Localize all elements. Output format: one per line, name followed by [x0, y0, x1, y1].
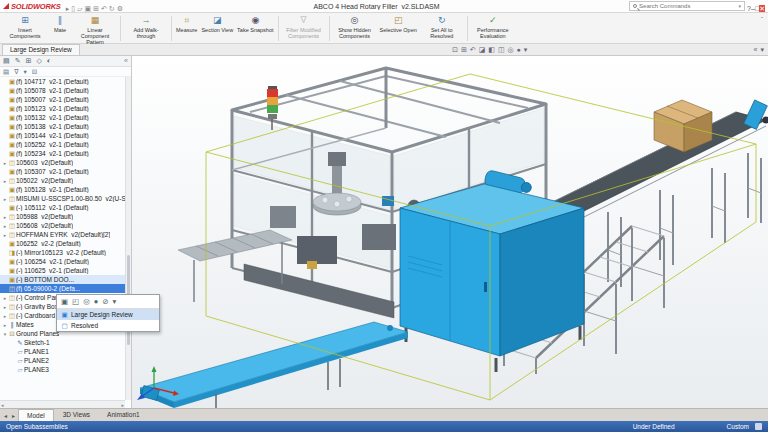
previous-view-icon[interactable]: ↶ — [470, 45, 476, 55]
ribbon-groups: ⊞Insert Components∥Mate▦Linear Component… — [2, 14, 516, 43]
zoom-fit-icon[interactable]: ⊡ — [452, 45, 458, 55]
context-isolate-icon[interactable]: ◎ — [83, 297, 90, 306]
doc-tab-3d-views[interactable]: 3D Views — [55, 409, 98, 421]
tree-item[interactable]: ▣(-) 110625_v2-1 (Default) — [0, 266, 125, 275]
context-more-icon[interactable]: ▾ — [113, 297, 117, 306]
search-icon — [633, 4, 637, 8]
tree-item[interactable]: ▣(f) 105132_v2-1 (Default) — [0, 113, 125, 122]
tree-item[interactable]: ▣(f) 105144_v2-1 (Default) — [0, 131, 125, 140]
ribbon-button-measure[interactable]: ⌗Measure — [174, 14, 199, 43]
tree-item[interactable]: ▣(-) 105112_v2-1 (Default) — [0, 203, 125, 212]
tree-item[interactable]: ▣(f) 105128_v2-1 (Default) — [0, 185, 125, 194]
infeed-conveyor[interactable] — [140, 322, 408, 408]
search-commands-box[interactable]: ▾ — [629, 1, 745, 11]
tree-item[interactable]: ◨(-) Mirror105123_v2-2 (Default) — [0, 248, 125, 257]
graphics-viewport[interactable] — [132, 56, 768, 408]
tree-item[interactable]: ▸◫MISUMI U-SSCSP1.00-B0.50_v2(U-SSCSP130… — [0, 194, 125, 203]
tree-item-label: MISUMI U-SSCSP1.00-B0.50_v2(U-SSCSP1304 … — [16, 195, 125, 202]
tree-item[interactable]: ▣(-) BOTTOM DOO... — [0, 275, 125, 284]
task-pane-icon[interactable]: ▾ — [760, 45, 764, 55]
solidworks-window: SOLIDWORKS ▸▯▱▣⊞↶↻⚙ ABCO 4 Head Rotary F… — [0, 0, 768, 432]
tree-vertical-scrollbar[interactable] — [125, 77, 131, 400]
tree-item[interactable]: ▣(f) 104717_v2-1 (Default) — [0, 77, 125, 86]
propertymanager-tab-icon[interactable]: ✎ — [15, 56, 21, 66]
options-icon[interactable]: ⚙ — [116, 5, 124, 12]
tree-item[interactable]: ▣106252_v2-2 (Default) — [0, 239, 125, 248]
tree-item[interactable]: ▱PLANE2 — [0, 356, 125, 365]
ribbon-button-insert-components[interactable]: ⊞Insert Components — [2, 14, 48, 43]
hide-show-icon[interactable]: ◎ — [508, 45, 514, 55]
rebuild-icon[interactable]: ↻ — [108, 5, 116, 12]
context-suppress-icon[interactable]: ⊘ — [102, 297, 108, 306]
ribbon-button-linear-pattern[interactable]: ▦Linear Component Pattern — [72, 14, 118, 43]
context-properties-icon[interactable]: ▣ — [61, 297, 68, 306]
ribbon-button-mate[interactable]: ∥Mate — [48, 14, 72, 43]
ribbon-button-performance[interactable]: ✓Performance Evaluation — [470, 14, 516, 43]
doc-tab-animation1[interactable]: Animation1 — [99, 409, 148, 421]
appearance-icon[interactable]: ● — [517, 45, 521, 55]
display-pane-icon[interactable]: ▤ — [3, 68, 9, 76]
sketch-icon: ✎ — [16, 338, 24, 347]
dimxpertmanager-tab-icon[interactable]: ◇ — [36, 56, 41, 66]
tab-scroll-right-icon[interactable]: ▸ — [10, 412, 17, 419]
ribbon-button-snapshot[interactable]: ◉Take Snapshot — [235, 14, 275, 43]
search-input[interactable] — [639, 3, 736, 9]
ribbon-button-walkthrough[interactable]: →Add Walk-through — [123, 14, 169, 43]
ribbon-button-section-view[interactable]: ◪Section View — [199, 14, 235, 43]
tree-item[interactable]: ▣(f) 105252_v2-1 (Default) — [0, 140, 125, 149]
tree-item[interactable]: ▸◫105603_v2(Default) — [0, 158, 125, 167]
scene-icon[interactable]: ▾ — [524, 45, 528, 55]
ribbon-button-set-resolved[interactable]: ↻Set All to Resolved — [419, 14, 465, 43]
displaymanager-tab-icon[interactable]: ◐ — [47, 56, 51, 66]
zoom-area-icon[interactable]: ⊞ — [461, 45, 467, 55]
tree-item[interactable]: ▱PLANE3 — [0, 365, 125, 374]
section-view-icon[interactable]: ◪ — [479, 45, 486, 55]
status-custom-label[interactable]: Custom — [727, 423, 749, 430]
context-menu-item[interactable]: ▢Resolved — [57, 320, 159, 331]
tree-item[interactable]: ▣(f) 105007_v2-1 (Default) — [0, 95, 125, 104]
tree-item[interactable]: ▸◫HOFFMAN EYRK_v2(Default)[2] — [0, 230, 125, 239]
tree-item[interactable]: ▸◫105988_v2(Default) — [0, 212, 125, 221]
featuremanager-tab-icon[interactable]: ▤ — [3, 56, 10, 66]
ribbon-collapse-icon[interactable]: ˆ — [758, 14, 766, 43]
tab-scroll-left-icon[interactable]: ◂ — [2, 412, 9, 419]
tree-item[interactable]: ▱PLANE1 — [0, 347, 125, 356]
context-menu-item[interactable]: ▣Large Design Review — [57, 309, 159, 320]
configurationmanager-tab-icon[interactable]: ⊞ — [26, 56, 32, 66]
search-chevron-icon[interactable]: ▾ — [739, 3, 742, 9]
ribbon-button-show-hidden[interactable]: ◎Show Hidden Components — [332, 14, 378, 43]
print-icon[interactable]: ⊞ — [92, 5, 100, 12]
scroll-right-icon[interactable]: ▸ — [121, 402, 124, 408]
undock-panel-icon[interactable]: « — [754, 45, 758, 55]
tree-item[interactable]: ▣(f) 105138_v2-1 (Default) — [0, 122, 125, 131]
stack-light[interactable] — [267, 86, 278, 130]
tree-item[interactable]: ▣(f) 105234_v2-1 (Default) — [0, 149, 125, 158]
panel-splitter-icon[interactable]: « — [124, 56, 128, 66]
tree-horizontal-scrollbar[interactable]: ◂ ▸ — [0, 400, 125, 408]
filter-icon[interactable]: ∇ — [14, 68, 18, 76]
filter-dropdown-icon[interactable]: ▾ — [24, 68, 27, 76]
undo-icon[interactable]: ↶ — [100, 5, 108, 12]
tree-item[interactable]: ▣(f) 105307_v2-1 (Default) — [0, 167, 125, 176]
display-style-icon[interactable]: ◫ — [498, 45, 505, 55]
tab-large-design-review[interactable]: Large Design Review — [2, 44, 80, 55]
tree-item[interactable]: ✎Sketch-1 — [0, 338, 125, 347]
tree-item[interactable]: ▣(f) 105123_v2-1 (Default) — [0, 104, 125, 113]
assembly-icon: ◫ — [8, 158, 16, 167]
view-orientation-icon[interactable]: ◧ — [488, 45, 495, 55]
tree-item[interactable]: ▣(f) 105078_v2-1 (Default) — [0, 86, 125, 95]
save-icon[interactable]: ▣ — [83, 5, 92, 12]
tree-item[interactable]: ▸◫105608_v2(Default) — [0, 221, 125, 230]
ribbon-button-selective-open[interactable]: ◰Selective Open — [378, 14, 419, 43]
scroll-left-icon[interactable]: ◂ — [1, 402, 4, 408]
tree-item[interactable]: ▣(-) 106254_v2-1 (Default) — [0, 257, 125, 266]
status-options-icon[interactable] — [755, 423, 762, 430]
context-open-icon[interactable]: ◰ — [72, 297, 79, 306]
context-appearance-icon[interactable]: ● — [94, 297, 99, 306]
close-button[interactable]: ✕ — [759, 5, 765, 12]
doc-tab-model[interactable]: Model — [18, 409, 54, 421]
tree-item-label: (-) BOTTOM DOO... — [16, 276, 74, 283]
collapse-all-icon[interactable]: ⊟ — [32, 68, 37, 76]
tree-item[interactable]: ◫(f) 05-09000-2 (Defa... — [0, 284, 125, 293]
tree-item[interactable]: ▸◫105022_v2(Default) — [0, 176, 125, 185]
